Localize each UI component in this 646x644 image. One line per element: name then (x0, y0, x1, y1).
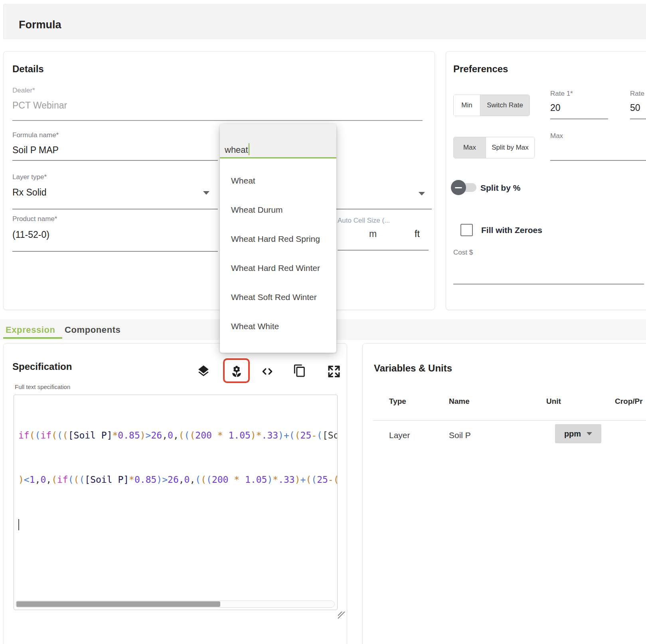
text-cursor (18, 519, 19, 530)
product-name-value[interactable]: (11-52-0) (12, 229, 49, 240)
crop-option-wheat-durum[interactable]: Wheat Durum (220, 195, 336, 224)
row-type-cell: Layer (389, 431, 410, 440)
unit-select-chevron-down-icon (587, 432, 592, 435)
auto-cell-size-unit-m[interactable]: m (369, 229, 377, 239)
dealer-underline (12, 120, 423, 121)
product-name-underline (12, 251, 218, 252)
crop-select-chevron-down-icon[interactable] (419, 192, 425, 196)
code-icon[interactable] (261, 365, 274, 378)
expand-icon[interactable] (327, 365, 341, 378)
tab-expression[interactable]: Expression (6, 325, 55, 335)
column-header-crop-product: Crop/Pr (615, 397, 643, 406)
variables-heading: Variables & Units (374, 363, 452, 374)
tab-expression-underline (3, 337, 62, 339)
layer-type-chevron-down-icon[interactable] (203, 191, 209, 195)
column-header-name: Name (449, 397, 470, 406)
rate1-value[interactable]: 20 (550, 103, 561, 113)
max-field-underline (550, 160, 646, 161)
formula-name-value[interactable]: Soil P MAP (12, 145, 59, 156)
copy-icon[interactable] (293, 364, 306, 377)
minus-icon (455, 187, 462, 188)
cost-label: Cost $ (453, 249, 473, 257)
crop-option-wheat[interactable]: Wheat (220, 166, 336, 195)
text-cursor (249, 143, 249, 155)
rate2-value[interactable]: 50 (630, 103, 640, 113)
layer-type-underline (12, 209, 218, 209)
row-name-cell: Soil P (449, 431, 471, 440)
unit-select[interactable]: ppm (555, 424, 601, 443)
unit-select-value: ppm (564, 429, 581, 439)
variables-card: Variables & Units Type Name Unit Crop/Pr… (362, 343, 646, 644)
tab-components[interactable]: Components (65, 325, 121, 335)
column-header-type: Type (389, 397, 406, 406)
split-by-max-segment-button[interactable]: Split by Max (486, 137, 534, 158)
formula-name-underline (12, 160, 218, 161)
resize-handle-icon[interactable] (338, 612, 345, 619)
layer-type-label: Layer type* (12, 173, 47, 181)
rate1-label: Rate 1* (550, 90, 573, 98)
layers-icon[interactable] (197, 364, 210, 378)
switch-rate-segment-button[interactable]: Switch Rate (480, 95, 529, 116)
crop-search-input[interactable]: wheat (220, 124, 336, 158)
max-split-group: Max Split by Max (453, 137, 535, 158)
horizontal-scrollbar-thumb[interactable] (16, 601, 220, 607)
code-line: )<1,0,(if((([Soil P]*0.85)>26,0,(((200 *… (18, 472, 337, 487)
auto-cell-size-underline (338, 250, 429, 251)
crop-options-list: Wheat Wheat Durum Wheat Hard Red Spring … (220, 160, 336, 341)
max-segment-button[interactable]: Max (454, 137, 486, 158)
crop-option-wheat-hard-red-spring[interactable]: Wheat Hard Red Spring (220, 224, 336, 253)
min-switch-rate-group: Min Switch Rate (453, 95, 530, 116)
crop-search-dropdown: wheat Wheat Wheat Durum Wheat Hard Red S… (220, 124, 336, 353)
crop-option-wheat-white[interactable]: Wheat White (220, 312, 336, 341)
max-field-label: Max (550, 132, 563, 140)
rate2-label: Rate (630, 90, 644, 98)
flower-icon[interactable] (229, 364, 244, 378)
crop-option-wheat-hard-red-winter[interactable]: Wheat Hard Red Winter (220, 253, 336, 282)
layer-type-value[interactable]: Rx Solid (12, 187, 47, 198)
product-name-label: Product name* (12, 215, 57, 223)
split-by-percent-label: Split by % (480, 183, 520, 193)
min-segment-button[interactable]: Min (454, 95, 480, 116)
code-content: if((if((([Soil P]*0.85)>26,0,(((200 * 1.… (14, 395, 337, 561)
crop-search-value: wheat (225, 145, 248, 155)
formula-name-label: Formula name* (12, 131, 59, 139)
table-divider (373, 420, 646, 421)
preferences-card: Preferences Min Switch Rate Rate 1* 20 R… (446, 51, 646, 310)
fill-with-zeroes-label: Fill with Zeroes (481, 225, 542, 235)
crop-option-wheat-soft-red-winter[interactable]: Wheat Soft Red Winter (220, 282, 336, 312)
specification-card: Specification Full text speci (3, 343, 347, 644)
full-text-specification-label: Full text specification (15, 383, 70, 390)
auto-cell-size-unit-ft[interactable]: ft (415, 229, 420, 239)
split-by-percent-toggle-knob[interactable] (451, 180, 466, 195)
full-text-specification-textarea[interactable]: if((if((([Soil P]*0.85)>26,0,(((200 * 1.… (14, 395, 338, 610)
rate2-underline (630, 119, 646, 119)
details-heading: Details (12, 63, 44, 75)
rate1-underline (550, 119, 608, 119)
fill-with-zeroes-checkbox[interactable] (460, 224, 473, 236)
page-title: Formula (19, 19, 61, 31)
specification-heading: Specification (12, 361, 72, 372)
dealer-value: PCT Webinar (12, 100, 67, 111)
preferences-heading: Preferences (453, 63, 508, 75)
horizontal-scrollbar[interactable] (15, 601, 335, 608)
code-line: if((if((([Soil P]*0.85)>26,0,(((200 * 1.… (18, 428, 337, 443)
dealer-label: Dealer* (12, 87, 35, 95)
cost-underline (453, 284, 644, 284)
column-header-unit: Unit (546, 397, 561, 406)
auto-cell-size-label: Auto Cell Size (... (338, 217, 390, 225)
formula-header-bar: Formula (3, 4, 646, 39)
details-card: Details Dealer* PCT Webinar Formula name… (3, 51, 435, 310)
